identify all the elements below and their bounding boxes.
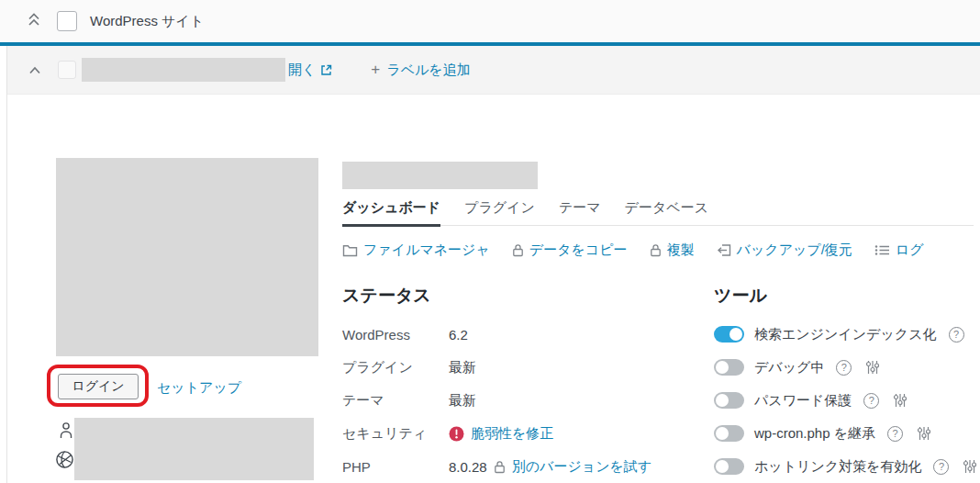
clone-label: 複製	[667, 242, 695, 259]
status-row-security: セキュリティ 脆弱性を修正	[342, 417, 654, 450]
folder-icon	[342, 244, 358, 257]
login-button[interactable]: ログイン	[58, 374, 139, 399]
log-icon	[874, 244, 890, 256]
status-value: 6.2	[449, 327, 468, 343]
copy-data-label: データをコピー	[529, 242, 628, 259]
open-site-label: 開く	[288, 62, 316, 79]
tools-list: 検索エンジンインデックス化 デバッグ中 パスワード保護	[714, 318, 980, 483]
site-card-body: ログイン セットアップ ダッシュボード プラグイン テーマ データベース	[7, 95, 980, 483]
globe-icon	[55, 450, 74, 473]
setup-link[interactable]: セットアップ	[157, 379, 241, 397]
tool-row-debug: デバッグ中	[714, 351, 980, 384]
page-title: WordPress サイト	[90, 13, 204, 30]
status-heading: ステータス	[342, 284, 431, 308]
php-version: 8.0.28	[449, 459, 487, 475]
plus-icon: +	[371, 61, 380, 79]
site-screenshot-redacted	[56, 158, 318, 356]
toggle-wp-cron[interactable]	[714, 425, 744, 442]
tool-label: パスワード保護	[754, 392, 852, 410]
lock-icon	[650, 243, 662, 257]
open-site-link[interactable]: 開く	[288, 62, 332, 79]
lock-icon	[512, 243, 524, 257]
list-header-bar: WordPress サイト	[0, 0, 980, 42]
tool-label: ホットリンク対策を有効化	[754, 458, 921, 476]
try-php-version-link[interactable]: 別のバージョンを試す	[512, 458, 651, 476]
tool-label: デバッグ中	[754, 359, 824, 376]
clone-link[interactable]: 複製	[650, 242, 695, 259]
collapse-site-icon[interactable]	[28, 62, 41, 78]
status-row-php: PHP 8.0.28 別のバージョンを試す	[342, 450, 654, 483]
external-link-icon	[320, 64, 332, 76]
backup-restore-label: バックアップ/復元	[737, 242, 852, 259]
site-name-redacted	[82, 58, 285, 82]
tab-plugins[interactable]: プラグイン	[464, 199, 535, 225]
help-icon[interactable]	[949, 327, 964, 343]
status-row-plugins: プラグイン 最新	[342, 351, 654, 384]
file-manager-label: ファイルマネージャ	[363, 242, 490, 259]
help-icon[interactable]	[836, 360, 852, 376]
status-row-themes: テーマ 最新	[342, 384, 654, 417]
tool-label: 検索エンジンインデックス化	[754, 326, 937, 343]
sliders-icon[interactable]	[917, 426, 931, 441]
status-label: セキュリティ	[342, 425, 449, 443]
restore-icon	[717, 243, 731, 257]
site-title-redacted	[342, 162, 538, 189]
status-label: プラグイン	[342, 359, 449, 376]
status-value: 最新	[449, 392, 476, 410]
add-label-text: ラベルを追加	[386, 62, 470, 79]
person-icon	[58, 421, 74, 443]
status-label: WordPress	[342, 327, 449, 343]
help-icon[interactable]	[933, 459, 949, 475]
backup-restore-link[interactable]: バックアップ/復元	[717, 242, 852, 259]
status-label: テーマ	[342, 392, 449, 410]
tab-themes[interactable]: テーマ	[559, 199, 601, 225]
status-label: PHP	[342, 459, 449, 475]
sliders-icon[interactable]	[893, 393, 908, 408]
site-card: 開く + ラベルを追加 ログイン セットアップ	[6, 46, 980, 483]
site-checkbox[interactable]	[58, 61, 76, 79]
toggle-debug[interactable]	[714, 359, 744, 376]
action-links: ファイルマネージャ データをコピー 複製	[342, 242, 924, 259]
tab-dashboard[interactable]: ダッシュボード	[342, 199, 440, 227]
select-all-checkbox[interactable]	[57, 11, 77, 31]
tool-row-password-protect: パスワード保護	[714, 384, 980, 417]
toggle-search-indexing[interactable]	[714, 326, 744, 343]
wordpress-sites-panel: WordPress サイト 開く + ラベルを追加 ログイン	[0, 0, 980, 483]
copy-data-link[interactable]: データをコピー	[512, 242, 628, 259]
sliders-icon[interactable]	[963, 459, 977, 474]
help-icon[interactable]	[887, 426, 903, 442]
log-link[interactable]: ログ	[874, 242, 924, 259]
toggle-hotlink-protect[interactable]	[714, 458, 744, 475]
lock-icon	[494, 460, 506, 474]
status-table: WordPress 6.2 プラグイン 最新 テーマ 最新 セキュリティ	[342, 318, 654, 483]
sliders-icon[interactable]	[865, 360, 880, 375]
toggle-password-protect[interactable]	[714, 392, 744, 409]
add-label-button[interactable]: + ラベルを追加	[371, 61, 470, 79]
tab-database[interactable]: データベース	[625, 199, 708, 225]
site-card-header: 開く + ラベルを追加	[7, 46, 980, 95]
tool-row-wp-cron: wp-cron.php を継承	[714, 417, 980, 450]
tab-bar: ダッシュボード プラグイン テーマ データベース	[342, 199, 974, 226]
site-info-redacted	[74, 418, 314, 480]
tools-heading: ツール	[714, 284, 767, 308]
status-value: 最新	[449, 359, 476, 376]
collapse-all-icon[interactable]	[28, 12, 40, 31]
fix-vulnerability-link[interactable]: 脆弱性を修正	[471, 425, 553, 443]
tool-label: wp-cron.php を継承	[754, 425, 875, 443]
help-icon[interactable]	[863, 393, 879, 409]
error-icon	[449, 426, 464, 442]
status-row-wordpress: WordPress 6.2	[342, 318, 654, 351]
file-manager-link[interactable]: ファイルマネージャ	[342, 242, 490, 259]
tool-row-hotlink-protect: ホットリンク対策を有効化	[714, 450, 980, 483]
tool-row-search-indexing: 検索エンジンインデックス化	[714, 318, 980, 351]
log-label: ログ	[896, 242, 924, 259]
